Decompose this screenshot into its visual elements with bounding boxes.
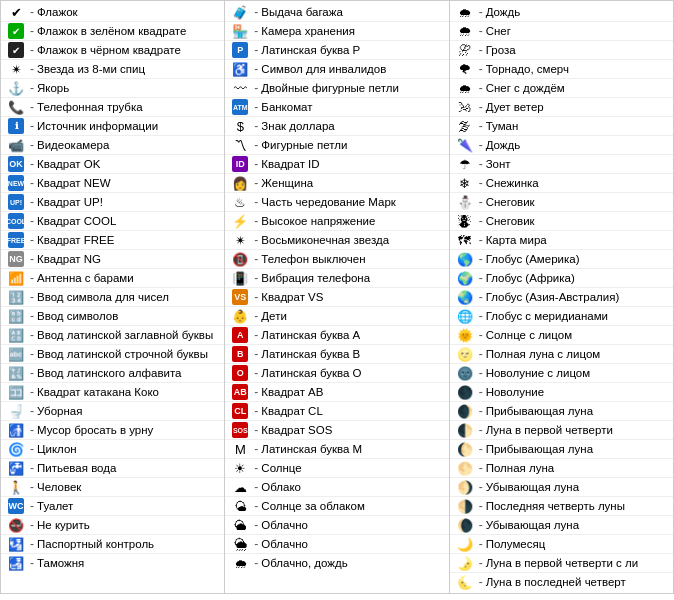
dash: - bbox=[30, 328, 34, 342]
list-item: A-Латинская буква А bbox=[225, 326, 448, 345]
item-label: Питьевая вода bbox=[37, 461, 116, 476]
item-label: Квадрат FREE bbox=[37, 233, 114, 248]
list-item: VS-Квадрат VS bbox=[225, 288, 448, 307]
icon-cell: ☀ bbox=[229, 460, 251, 476]
dash: - bbox=[254, 81, 258, 95]
icon-cell: 🌜 bbox=[454, 574, 476, 590]
icon-cell: 🌓 bbox=[454, 422, 476, 438]
dash: - bbox=[30, 385, 34, 399]
item-icon: 🌒 bbox=[457, 403, 473, 419]
item-icon: 🔣 bbox=[8, 365, 24, 381]
column-2: 🌧-Дождь🌨-Снег⛈-Гроза🌪-Торнадо, смерч🌧-Сн… bbox=[450, 1, 673, 593]
item-label: Дождь bbox=[486, 138, 521, 153]
item-label: Высокое напряжение bbox=[261, 214, 375, 229]
item-icon: 🌍 bbox=[457, 270, 473, 286]
list-item: 🚮-Мусор бросать в урну bbox=[1, 421, 224, 440]
icon-cell: 👶 bbox=[229, 308, 251, 324]
dash: - bbox=[30, 423, 34, 437]
item-label: Гроза bbox=[486, 43, 516, 58]
item-icon: 📶 bbox=[8, 270, 24, 286]
icon-cell: 🌍 bbox=[454, 270, 476, 286]
list-item: 🌝-Полная луна с лицом bbox=[450, 345, 673, 364]
dash: - bbox=[30, 43, 34, 57]
icon-cell: ATM bbox=[229, 99, 251, 115]
icon-cell: 🌀 bbox=[5, 441, 27, 457]
dash: - bbox=[30, 62, 34, 76]
item-icon: 🈁 bbox=[8, 384, 24, 400]
icon-cell: ✴ bbox=[5, 61, 27, 77]
dash: - bbox=[479, 81, 483, 95]
icon-cell: B bbox=[229, 346, 251, 362]
icon-cell: 🌘 bbox=[454, 517, 476, 533]
icon-cell: $ bbox=[229, 118, 251, 134]
item-label: Квадрат катакана Коко bbox=[37, 385, 159, 400]
list-item: AB-Квадрат AB bbox=[225, 383, 448, 402]
dash: - bbox=[30, 5, 34, 19]
dash: - bbox=[479, 214, 483, 228]
item-label: Телефон выключен bbox=[261, 252, 365, 267]
dash: - bbox=[479, 100, 483, 114]
item-icon: SOS bbox=[232, 422, 248, 438]
dash: - bbox=[30, 24, 34, 38]
dash: - bbox=[479, 176, 483, 190]
icon-cell: 📶 bbox=[5, 270, 27, 286]
icon-cell: AB bbox=[229, 384, 251, 400]
item-icon: 🌀 bbox=[8, 441, 24, 457]
list-item: OK-Квадрат OK bbox=[1, 155, 224, 174]
list-item: 🌂-Дождь bbox=[450, 136, 673, 155]
list-item: $-Знак доллара bbox=[225, 117, 448, 136]
icon-cell: FREE bbox=[5, 232, 27, 248]
list-item: NEW-Квадрат NEW bbox=[1, 174, 224, 193]
item-icon: 🗺 bbox=[457, 232, 473, 248]
icon-cell: 🧳 bbox=[229, 4, 251, 20]
dash: - bbox=[254, 176, 258, 190]
item-label: Квадрат AB bbox=[261, 385, 323, 400]
icon-cell: 🚭 bbox=[5, 517, 27, 533]
dash: - bbox=[479, 385, 483, 399]
list-item: 🌧-Дождь bbox=[450, 3, 673, 22]
item-icon: ☁ bbox=[232, 479, 248, 495]
item-label: Ввод латинского алфавита bbox=[37, 366, 181, 381]
icon-cell: P bbox=[229, 42, 251, 58]
item-label: Якорь bbox=[37, 81, 69, 96]
icon-cell: ✔ bbox=[5, 23, 27, 39]
item-icon: 👶 bbox=[232, 308, 248, 324]
dash: - bbox=[254, 309, 258, 323]
icon-cell: NG bbox=[5, 251, 27, 267]
dash: - bbox=[30, 157, 34, 171]
list-item: SOS-Квадрат SOS bbox=[225, 421, 448, 440]
item-icon: 🛃 bbox=[8, 555, 24, 571]
item-icon: 🌨 bbox=[457, 23, 473, 39]
icon-cell: 🌕 bbox=[454, 460, 476, 476]
item-icon: 🌧 bbox=[232, 555, 248, 571]
dash: - bbox=[479, 24, 483, 38]
icon-cell: 🌞 bbox=[454, 327, 476, 343]
list-item: ☂-Зонт bbox=[450, 155, 673, 174]
dash: - bbox=[479, 537, 483, 551]
item-label: Квадрат OK bbox=[37, 157, 100, 172]
dash: - bbox=[254, 119, 258, 133]
item-icon: 🧳 bbox=[232, 4, 248, 20]
dash: - bbox=[30, 499, 34, 513]
item-icon: 🌤 bbox=[232, 498, 248, 514]
icon-cell: 🌧 bbox=[454, 80, 476, 96]
icon-cell: ⛈ bbox=[454, 42, 476, 58]
list-item: 🔤-Ввод латинской строчной буквы bbox=[1, 345, 224, 364]
list-item: ✴-Звезда из 8-ми спиц bbox=[1, 60, 224, 79]
icon-cell: 🌏 bbox=[454, 289, 476, 305]
item-label: Луна в первой четверти bbox=[486, 423, 613, 438]
list-item: 🌎-Глобус (Америка) bbox=[450, 250, 673, 269]
icon-cell: 🌬 bbox=[454, 99, 476, 115]
dash: - bbox=[479, 252, 483, 266]
item-label: Не курить bbox=[37, 518, 90, 533]
list-item: 🌀-Циклон bbox=[1, 440, 224, 459]
icon-cell: ✔ bbox=[5, 42, 27, 58]
item-label: Латинская буква В bbox=[261, 347, 360, 362]
icon-cell: ⚡ bbox=[229, 213, 251, 229]
dash: - bbox=[30, 442, 34, 456]
dash: - bbox=[479, 62, 483, 76]
list-item: 🌓-Луна в первой четверти bbox=[450, 421, 673, 440]
main-container: ✔-Флажок✔-Флажок в зелёном квадрате✔-Фла… bbox=[0, 0, 674, 594]
icon-cell: 🚮 bbox=[5, 422, 27, 438]
icon-cell: 🈁 bbox=[5, 384, 27, 400]
